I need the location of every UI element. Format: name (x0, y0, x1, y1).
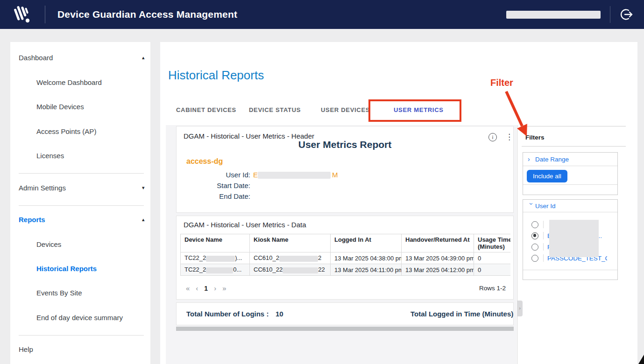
tab-user-devices[interactable]: USER DEVICES (321, 106, 370, 113)
user-id-redaction (258, 172, 331, 179)
table-header-row: Device Name Kiosk Name Logged In At Hand… (181, 234, 511, 252)
device-name-cell: TC22_20... (181, 264, 250, 276)
pagination: «‹1›» (186, 284, 232, 292)
sidebar-divider (19, 173, 144, 174)
redaction-overlay (283, 267, 318, 273)
col-handover-at: Handover/Returned At (402, 234, 474, 252)
redaction-overlay (549, 220, 599, 257)
annotation-highlight-rect (368, 99, 461, 122)
include-all-button[interactable]: Include all (527, 170, 567, 182)
panel-expander-handle[interactable]: › (517, 301, 523, 316)
radio-unselected-icon[interactable] (531, 221, 538, 228)
metrics-table: Device Name Kiosk Name Logged In At Hand… (180, 234, 510, 276)
total-time-label: Total Logged in Time (Minutes) : 0 (410, 310, 514, 318)
report-header-panel: DGAM - Historical - User Metrics - Heade… (176, 126, 514, 213)
metrics-table-container: Device Name Kiosk Name Logged In At Hand… (180, 234, 510, 276)
caret-down-icon[interactable]: ▾ (142, 185, 145, 191)
device-name-cell: TC22_2)... (181, 252, 250, 264)
usage-cell: 0 (474, 252, 511, 264)
totals-panel: Total Number of Logins : 10 Total Logged… (176, 302, 514, 325)
col-device-name: Device Name (181, 234, 250, 252)
report-title: User Metrics Report (177, 139, 513, 150)
col-kiosk-name: Kiosk Name (250, 234, 331, 252)
filters-top-rule (522, 126, 626, 126)
app-title: Device Guardian Access Management (57, 9, 237, 20)
logout-icon[interactable] (619, 7, 634, 22)
caret-up-icon[interactable]: ▴ (142, 217, 145, 223)
sidebar-divider (19, 335, 144, 336)
sidebar-item-help[interactable]: Help (19, 345, 33, 353)
pagination-prev-icon[interactable]: ‹ (196, 284, 198, 292)
sidebar-item-access-points[interactable]: Access Points (AP) (36, 127, 96, 135)
top-navigation-bar: Device Guardian Access Management (0, 0, 644, 29)
user-id-filter-label: User Id (535, 203, 556, 210)
date-range-header[interactable]: › Date Range (523, 153, 617, 166)
chevron-right-icon: › (528, 155, 535, 163)
date-range-label: Date Range (535, 156, 569, 163)
total-logins-value: 10 (276, 310, 283, 318)
option-separator (543, 221, 544, 228)
redaction-overlay (206, 256, 235, 262)
radio-unselected-icon[interactable] (531, 255, 538, 262)
sidebar-item-welcome-dashboard[interactable]: Welcome Dashboard (36, 78, 102, 86)
filters-title-rule (522, 146, 626, 147)
tab-cabinet-devices[interactable]: CABINET DEVICES (176, 106, 236, 113)
annotation-arrow (502, 89, 531, 141)
logged-in-cell: 13 Mar 2025 04:38:00 pm (331, 252, 402, 264)
user-id-label: User Id: (177, 171, 250, 179)
topbar-divider-right (610, 6, 610, 23)
zebra-logo (0, 4, 45, 25)
chevron-down-icon: › (528, 203, 535, 210)
usage-cell: 0 (474, 264, 511, 276)
pagination-last-icon[interactable]: » (222, 284, 226, 292)
group-name: access-dg (186, 157, 223, 166)
date-range-filter-box: › Date Range Include all (523, 152, 618, 195)
user-id-value-prefix: E (253, 171, 258, 179)
sidebar-item-admin-settings[interactable]: Admin Settings (19, 184, 66, 192)
date-range-body: Include all (523, 166, 617, 185)
col-logged-in-at: Logged In At (331, 234, 402, 252)
user-id-header[interactable]: › User Id (523, 200, 617, 212)
sidebar-divider (19, 205, 144, 206)
sidebar-item-mobile-devices[interactable]: Mobile Devices (36, 103, 84, 111)
sidebar-item-historical-reports[interactable]: Historical Reports (36, 265, 97, 273)
caret-up-icon[interactable]: ▴ (142, 55, 145, 61)
table-row[interactable]: TC22_20... CC610_2222 13 Mar 2025 04:11:… (181, 264, 511, 276)
pagination-current-page[interactable]: 1 (204, 285, 208, 292)
redaction-overlay (206, 267, 233, 273)
option-list-divider (523, 270, 617, 270)
tab-device-status[interactable]: DEVICE STATUS (249, 106, 301, 113)
col-usage-time: Usage Time (Minutes) (474, 234, 511, 252)
pagination-first-icon[interactable]: « (186, 284, 190, 292)
annotation-filter-label: Filter (490, 77, 513, 88)
horizontal-scrollbar[interactable] (176, 327, 514, 331)
pagination-next-icon[interactable]: › (214, 284, 216, 292)
sidebar-item-events-by-site[interactable]: Events By Site (36, 289, 82, 297)
sidebar-item-end-of-day-summary[interactable]: End of day device summary (36, 314, 123, 322)
app-screen: Device Guardian Access Management Dashbo… (0, 0, 644, 364)
radio-unselected-icon[interactable] (531, 244, 538, 251)
start-date-label: Start Date: (177, 182, 250, 189)
kiosk-name-cell: CC610_2222 (250, 264, 331, 276)
sidebar: Dashboard ▴ Welcome Dashboard Mobile Dev… (10, 42, 150, 364)
option-separator (543, 232, 544, 239)
sidebar-item-reports[interactable]: Reports (19, 216, 45, 224)
panel-title: DGAM - Historical - User Metrics - Data (184, 221, 306, 229)
radio-selected-icon[interactable] (531, 232, 538, 239)
topbar-divider (45, 6, 45, 23)
redaction-overlay (279, 256, 318, 262)
table-row[interactable]: TC22_2)... CC610_22 13 Mar 2025 04:38:00… (181, 252, 511, 264)
total-logins-label: Total Number of Logins : (186, 310, 269, 318)
handover-cell: 13 Mar 2025 04:12:00 pm (402, 264, 474, 276)
sidebar-item-devices[interactable]: Devices (36, 240, 61, 248)
report-data-panel: DGAM - Historical - User Metrics - Data … (176, 216, 514, 300)
option-separator (543, 254, 544, 262)
rows-count-label: Rows 1-2 (479, 285, 506, 292)
page-title: Historical Reports (168, 68, 264, 83)
sidebar-item-licenses[interactable]: Licenses (36, 152, 64, 160)
user-id-value-suffix: M (332, 171, 338, 179)
option-separator (543, 243, 544, 251)
mouse-cursor (638, 355, 644, 364)
sidebar-item-dashboard[interactable]: Dashboard (19, 54, 53, 62)
filter-panel-divider (517, 125, 517, 364)
